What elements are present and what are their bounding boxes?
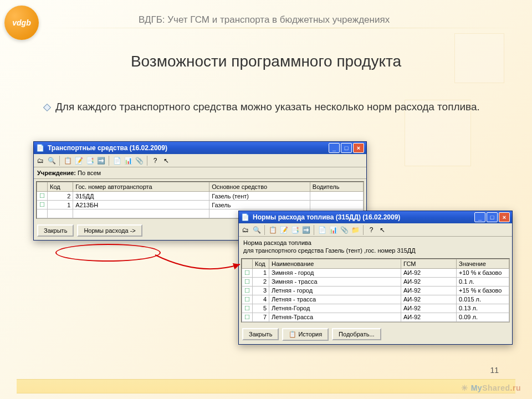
titlebar[interactable]: 📄 Нормы расхода топлива (315ДД) (16.02.2… [239, 211, 512, 223]
col-mark[interactable] [37, 182, 48, 192]
row-mark[interactable]: ☐ [37, 192, 48, 201]
toolbar-icon[interactable]: 📋 [63, 156, 72, 165]
table-row[interactable]: ☐2Зимняя - трассаАИ-920.1 л. [242, 277, 509, 286]
col-gsm[interactable]: ГСМ [401, 259, 457, 268]
cell-code: 5 [253, 304, 269, 313]
toolbar-icon[interactable]: 🗂 [36, 156, 45, 165]
header-divider [44, 28, 521, 28]
row-mark[interactable]: ☐ [242, 313, 253, 321]
col-code[interactable]: Код [253, 259, 269, 268]
help-icon[interactable]: ? [367, 226, 376, 234]
annotation-arrow [152, 245, 247, 284]
row-mark[interactable]: ☐ [242, 295, 253, 304]
close-button[interactable]: × [353, 143, 364, 153]
cell-gsm: АИ-92 [401, 268, 457, 277]
toolbar-icon[interactable]: ➡️ [96, 156, 105, 165]
row-mark[interactable]: ☐ [37, 201, 48, 209]
maximize-button[interactable]: □ [487, 212, 498, 222]
row-mark[interactable]: ☐ [242, 286, 253, 295]
vdgb-logo: vdgb [4, 6, 39, 40]
cell-gosnum: 315ДД [73, 192, 209, 201]
cell-gsm: АИ-92 [401, 277, 457, 286]
bullet-text: Для каждого транспортного средства можно… [55, 101, 480, 112]
history-button[interactable]: 📋 История [282, 328, 329, 341]
close-button[interactable]: Закрыть [242, 328, 279, 340]
table-row[interactable]: ☐ 2 315ДД Газель (тент) [37, 192, 364, 201]
col-osnov[interactable]: Основное средство [209, 182, 310, 192]
footer-bar [17, 379, 515, 393]
filter-value: По всем [78, 170, 101, 176]
titlebar[interactable]: 📄 Транспортные средства (16.02.2009) _ □… [34, 142, 366, 154]
close-button[interactable]: Закрыть [37, 224, 74, 237]
row-mark[interactable]: ☐ [242, 268, 253, 277]
row-mark[interactable]: ☐ [242, 304, 253, 313]
select-icon[interactable]: ↖ [378, 226, 387, 234]
toolbar-icon[interactable]: 🔍 [47, 156, 56, 165]
toolbar-icon[interactable]: 📋 [268, 226, 277, 234]
table-row[interactable]: ☐4Летняя - трассаАИ-920.015 л. [242, 295, 509, 304]
cell-gsm: АИ-92 [401, 286, 457, 295]
table-row[interactable]: ☐3Летняя - городАИ-92+15 % к базово [242, 286, 509, 295]
toolbar-icon[interactable]: 📎 [135, 156, 144, 165]
toolbar: 🗂 🔍 📋 📝 📑 ➡️ 📄 📊 📎 📁 ? ↖ [239, 223, 512, 237]
col-mark[interactable] [242, 259, 253, 268]
filter-label: Учреждение: [37, 170, 76, 176]
norms-table: Код Наименование ГСМ Значение ☐1Зимняя -… [242, 259, 509, 322]
select-icon[interactable]: ↖ [162, 156, 171, 165]
cell-value: 0.015 л. [457, 295, 509, 304]
cell-name: Зимняя - трасса [269, 277, 401, 286]
toolbar-icon[interactable]: 📊 [329, 226, 337, 234]
cell-osnov: Газель [209, 201, 310, 209]
toolbar-icon[interactable]: 📄 [112, 156, 121, 165]
help-icon[interactable]: ? [151, 156, 160, 165]
toolbar-icon[interactable]: 📑 [290, 226, 299, 234]
toolbar-icon[interactable]: 📎 [340, 226, 349, 234]
desc-line2: для транспортного средства Газель (тент)… [243, 247, 508, 254]
col-name[interactable]: Наименование [269, 259, 401, 268]
window-icon: 📄 [36, 144, 44, 152]
toolbar-icon[interactable]: 🗂 [241, 226, 250, 234]
window-title: Транспортные средства (16.02.2009) [48, 144, 167, 152]
col-code[interactable]: Код [48, 182, 73, 192]
table-row[interactable]: ☐ 1 А213БН Газель [37, 201, 364, 209]
cell-code: 4 [253, 295, 269, 304]
watermark: ☀ MyShared.ru [461, 383, 521, 392]
select-button[interactable]: Подобрать... [332, 328, 381, 340]
maximize-button[interactable]: □ [341, 143, 352, 153]
cell-driver [310, 192, 363, 201]
filter-row: Учреждение: По всем [34, 167, 366, 179]
norms-button[interactable]: Нормы расхода -> [77, 224, 142, 237]
bullet-item: Для каждого транспортного средства можно… [44, 100, 499, 115]
toolbar-icon[interactable]: 📄 [318, 226, 326, 234]
table-header-row: Код Гос. номер автотранспорта Основное с… [37, 182, 364, 192]
toolbar: 🗂 🔍 📋 📝 📑 ➡️ 📄 📊 📎 ? ↖ [34, 154, 366, 167]
toolbar-icon[interactable]: 📝 [74, 156, 83, 165]
description: Норма расхода топлива для транспортного … [239, 237, 512, 256]
toolbar-icon[interactable]: ➡️ [301, 226, 310, 234]
window-fuel-norms: 📄 Нормы расхода топлива (315ДД) (16.02.2… [238, 211, 513, 345]
table-row[interactable]: ☐1Зимняя - городАИ-92+10 % к базово [242, 268, 509, 277]
toolbar-icon[interactable]: 📑 [85, 156, 94, 165]
col-value[interactable]: Значение [457, 259, 509, 268]
cell-name: Летняя-Город [269, 304, 401, 313]
cell-name: Зимняя - город [269, 268, 401, 277]
toolbar-icon[interactable]: 📁 [351, 226, 360, 234]
button-bar: Закрыть 📋 История Подобрать... [239, 325, 512, 344]
minimize-button[interactable]: _ [329, 143, 340, 153]
cell-name: Летняя - трасса [269, 295, 401, 304]
table-row[interactable]: ☐7Летняя-ТрассаАИ-920.09 л. [242, 313, 509, 321]
toolbar-icon[interactable]: 📊 [124, 156, 132, 165]
cell-value: 0.1 л. [457, 277, 509, 286]
table-header-row: Код Наименование ГСМ Значение [242, 259, 509, 268]
close-button[interactable]: × [499, 212, 510, 222]
cell-gsm: АИ-92 [401, 304, 457, 313]
minimize-button[interactable]: _ [474, 212, 485, 222]
col-driver[interactable]: Водитель [310, 182, 363, 192]
bullet-icon [43, 104, 51, 111]
toolbar-icon[interactable]: 📝 [279, 226, 288, 234]
table-row[interactable]: ☐5Летняя-ГородАИ-920.13 л. [242, 304, 509, 313]
cell-code: 2 [253, 277, 269, 286]
toolbar-icon[interactable]: 🔍 [252, 226, 261, 234]
row-mark[interactable]: ☐ [242, 277, 253, 286]
col-gosnum[interactable]: Гос. номер автотранспорта [73, 182, 209, 192]
